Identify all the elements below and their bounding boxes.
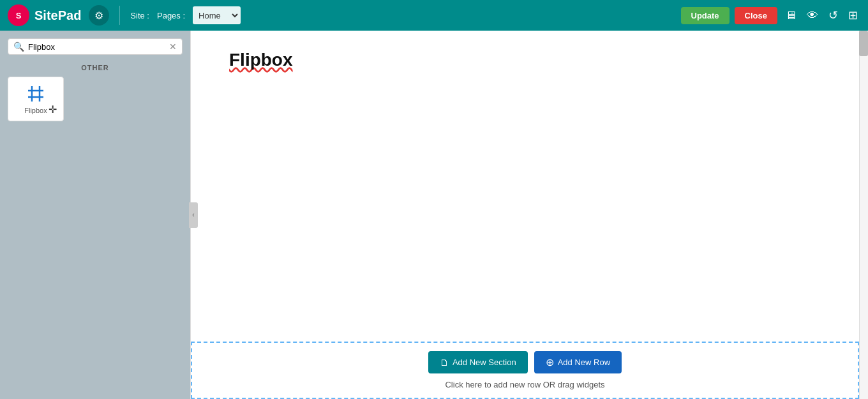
drag-cursor-icon: ✛ bbox=[49, 103, 57, 116]
history-icon-button[interactable]: ↺ bbox=[826, 7, 841, 24]
widget-grid: Flipbox ✛ bbox=[8, 77, 183, 121]
gear-icon: ⚙ bbox=[94, 10, 103, 22]
list-item[interactable]: Flipbox ✛ bbox=[8, 77, 64, 121]
gear-button[interactable]: ⚙ bbox=[89, 5, 109, 26]
update-button[interactable]: Update bbox=[681, 7, 730, 24]
add-new-section-button[interactable]: 🗋 Add New Section bbox=[428, 351, 528, 373]
canvas-area: Flipbox 🗋 Add New Section ⊕ Add New Row … bbox=[190, 31, 868, 399]
desktop-icon-button[interactable]: 🖥 bbox=[782, 8, 799, 24]
search-input[interactable] bbox=[28, 42, 165, 52]
scrollbar-track[interactable] bbox=[859, 31, 868, 399]
svg-text:S: S bbox=[16, 11, 22, 20]
desktop-icon: 🖥 bbox=[785, 9, 797, 22]
preview-icon-button[interactable]: 👁 bbox=[804, 8, 821, 24]
file-icon: 🗋 bbox=[440, 358, 449, 368]
add-buttons-row: 🗋 Add New Section ⊕ Add New Row bbox=[428, 351, 622, 373]
search-bar: 🔍 ✕ bbox=[8, 38, 183, 55]
site-label: Site : bbox=[130, 11, 149, 20]
pages-select[interactable]: Home About Contact bbox=[193, 6, 241, 24]
add-section-area[interactable]: 🗋 Add New Section ⊕ Add New Row Click he… bbox=[191, 342, 859, 399]
scrollbar-thumb[interactable] bbox=[859, 31, 868, 56]
eye-icon: 👁 bbox=[807, 9, 818, 22]
collapse-icon: ‹ bbox=[192, 211, 194, 218]
plus-circle-icon: ⊕ bbox=[546, 356, 554, 368]
section-label: OTHER bbox=[8, 64, 183, 72]
close-button[interactable]: Close bbox=[735, 7, 777, 24]
add-new-row-button[interactable]: ⊕ Add New Row bbox=[534, 351, 622, 373]
sitemap-icon-button[interactable]: ⊞ bbox=[846, 7, 860, 24]
search-icon: 🔍 bbox=[13, 41, 24, 52]
canvas-title: Flipbox bbox=[229, 50, 830, 70]
add-hint-text: Click here to add new row OR drag widget… bbox=[445, 380, 604, 389]
sitemap-icon: ⊞ bbox=[848, 9, 858, 22]
pages-label: Pages : bbox=[157, 11, 185, 20]
canvas-content: Flipbox bbox=[191, 31, 868, 286]
header-divider bbox=[119, 6, 120, 25]
widget-label: Flipbox bbox=[24, 107, 47, 114]
header: S SitePad ⚙ Site : Pages : Home About Co… bbox=[0, 0, 868, 31]
logo-text: SitePad bbox=[34, 8, 81, 23]
flipbox-widget-icon bbox=[26, 84, 46, 104]
header-right: Update Close 🖥 👁 ↺ ⊞ bbox=[681, 7, 860, 24]
history-icon: ↺ bbox=[828, 9, 838, 22]
search-clear-button[interactable]: ✕ bbox=[169, 41, 177, 52]
sidebar-collapse-toggle[interactable]: ‹ bbox=[189, 202, 198, 228]
logo-area: S SitePad bbox=[8, 4, 81, 26]
sidebar: 🔍 ✕ OTHER Flipbox ✛ bbox=[0, 31, 190, 399]
logo-icon: S bbox=[8, 4, 29, 26]
main-layout: 🔍 ✕ OTHER Flipbox ✛ bbox=[0, 31, 868, 399]
